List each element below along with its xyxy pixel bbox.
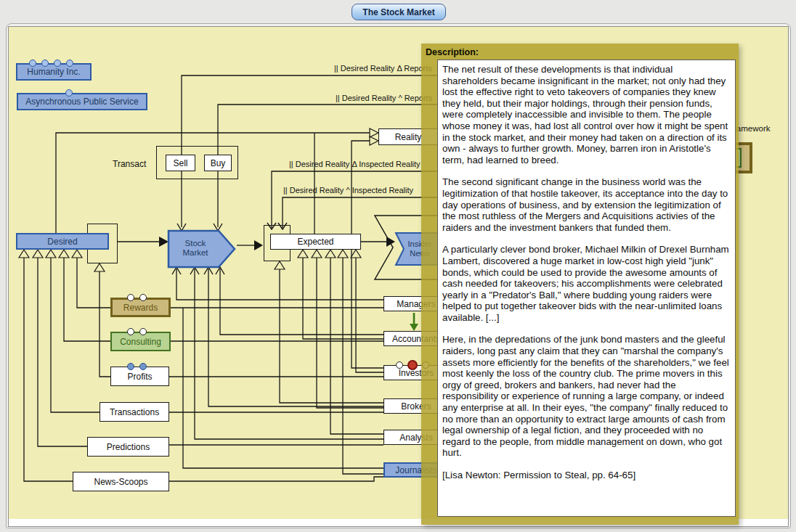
node-consulting-label: Consulting (120, 337, 161, 347)
node-news-scoops[interactable]: News-Scoops (73, 472, 169, 491)
port-dot[interactable] (396, 361, 403, 369)
node-predictions[interactable]: Predictions (87, 437, 169, 457)
node-buy[interactable]: Buy (204, 155, 232, 171)
description-paragraph: A particularly clever bond broker, Micha… (442, 244, 731, 323)
port-dot[interactable] (127, 363, 134, 370)
flow-label-desired-caret-reports: || Desired Reality ^ Reports (336, 94, 432, 102)
port-dot[interactable] (29, 60, 36, 67)
port-dot[interactable] (127, 328, 134, 335)
node-transactions[interactable]: Transactions (99, 402, 169, 422)
node-sell-label: Sell (173, 158, 187, 168)
flow-label-desired-delta-inspected: || Desired Reality Δ Inspected Reality (289, 160, 421, 168)
flow-label-desired-delta-reports: || Desired Reality Δ Reports (334, 64, 432, 73)
node-news-scoops-label: News-Scoops (94, 477, 147, 487)
description-panel-title: Description: (426, 47, 479, 57)
node-predictions-label: Predictions (107, 442, 150, 452)
node-stock-market-label: Stock Market (182, 239, 208, 257)
node-desired-label: Desired (47, 237, 77, 247)
node-humanity-inc[interactable]: Humanity Inc. (16, 63, 92, 81)
port-dot[interactable] (127, 294, 134, 301)
flow-label-desired-caret-inspected: || Desired Reality ^ Inspected Reality (283, 186, 413, 195)
port-dot[interactable] (139, 363, 147, 370)
node-reality-label: Reality (395, 132, 422, 142)
description-panel-body: The net result of these developments is … (437, 60, 736, 517)
port-dot[interactable] (41, 60, 49, 67)
node-humanity-inc-label: Humanity Inc. (27, 67, 80, 77)
node-expected[interactable]: Expected (270, 234, 361, 250)
node-sell[interactable]: Sell (166, 155, 195, 171)
port-dot[interactable] (139, 294, 147, 301)
description-citation: [Lisa Newton: Permission to Steal, pp. 6… (442, 470, 731, 481)
node-asynchronous-public-service[interactable]: Asynchronous Public Service (17, 93, 147, 110)
port-dot[interactable] (54, 60, 61, 67)
node-desired[interactable]: Desired (16, 233, 109, 250)
node-aps-label: Asynchronous Public Service (25, 97, 138, 107)
description-paragraph: The net result of these developments is … (442, 64, 731, 165)
node-buy-label: Buy (211, 158, 226, 168)
port-dot[interactable] (139, 328, 147, 335)
tab-the-stock-market[interactable]: The Stock Market (352, 4, 446, 20)
node-profits[interactable]: Profits (110, 367, 169, 386)
port-dot[interactable] (66, 60, 73, 67)
node-expected-label: Expected (297, 237, 333, 247)
description-panel: Description: The net result of these dev… (421, 44, 739, 525)
red-marker-dot[interactable] (407, 360, 418, 370)
node-profits-label: Profits (127, 372, 152, 382)
port-dot[interactable] (65, 89, 73, 97)
description-paragraph: The second significant change in the bus… (442, 176, 731, 233)
transact-label: Transact (113, 159, 146, 169)
tab-title-label: The Stock Market (362, 7, 434, 17)
description-paragraph: Here, in the depredations of the junk bo… (442, 334, 731, 459)
node-rewards-label: Rewards (123, 303, 158, 313)
node-stock-market[interactable]: Stock Market (171, 239, 219, 258)
node-transactions-label: Transactions (110, 407, 159, 417)
